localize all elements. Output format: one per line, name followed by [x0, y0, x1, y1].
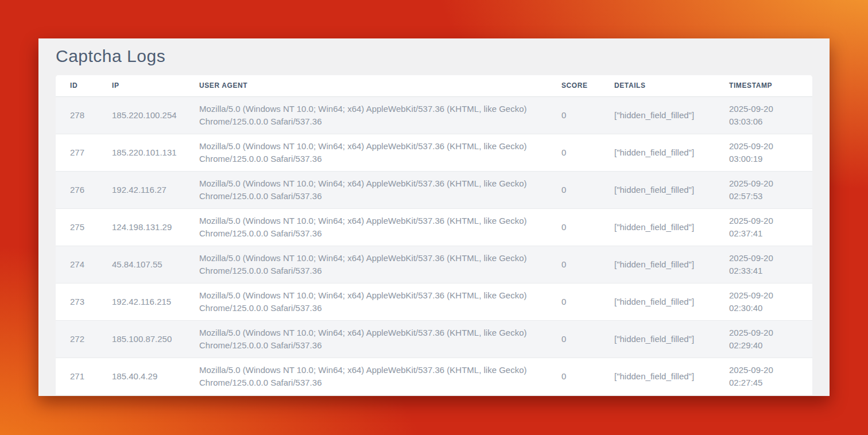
cell-user-agent: Mozilla/5.0 (Windows NT 10.0; Win64; x64… [185, 320, 547, 358]
log-table-body: 278 185.220.100.254 Mozilla/5.0 (Windows… [56, 96, 812, 395]
table-row: 275 124.198.131.29 Mozilla/5.0 (Windows … [56, 208, 812, 246]
column-header-score: SCORE [547, 75, 600, 96]
cell-timestamp: 2025-09-20 02:57:53 [715, 171, 812, 208]
cell-details: ["hidden_field_filled"] [600, 246, 715, 283]
cell-score: 0 [547, 320, 600, 358]
table-row: 278 185.220.100.254 Mozilla/5.0 (Windows… [56, 96, 812, 134]
table-row: 273 192.42.116.215 Mozilla/5.0 (Windows … [56, 283, 812, 320]
cell-id: 278 [56, 96, 98, 134]
cell-timestamp: 2025-09-20 02:30:40 [715, 283, 812, 320]
cell-score: 0 [547, 96, 600, 134]
cell-details: ["hidden_field_filled"] [600, 171, 715, 208]
cell-ip: 185.40.4.29 [98, 358, 185, 395]
cell-user-agent: Mozilla/5.0 (Windows NT 10.0; Win64; x64… [185, 246, 547, 283]
cell-score: 0 [547, 134, 600, 171]
table-header-row: ID IP USER AGENT SCORE DETAILS TIMESTAMP [56, 75, 812, 96]
column-header-details: DETAILS [600, 75, 715, 96]
captcha-logs-card: Captcha Logs ID IP USER AGENT SCORE DETA… [38, 38, 830, 396]
table-row: 277 185.220.101.131 Mozilla/5.0 (Windows… [56, 134, 812, 171]
cell-id: 275 [56, 208, 98, 246]
cell-user-agent: Mozilla/5.0 (Windows NT 10.0; Win64; x64… [185, 358, 547, 395]
table-row: 276 192.42.116.27 Mozilla/5.0 (Windows N… [56, 171, 812, 208]
cell-timestamp: 2025-09-20 03:00:19 [715, 134, 812, 171]
cell-ip: 192.42.116.215 [98, 283, 185, 320]
column-header-timestamp: TIMESTAMP [715, 75, 812, 96]
cell-ip: 185.100.87.250 [98, 320, 185, 358]
cell-id: 277 [56, 134, 98, 171]
cell-ip: 124.198.131.29 [98, 208, 185, 246]
table-row: 274 45.84.107.55 Mozilla/5.0 (Windows NT… [56, 246, 812, 283]
cell-details: ["hidden_field_filled"] [600, 96, 715, 134]
cell-id: 273 [56, 283, 98, 320]
cell-ip: 185.220.101.131 [98, 134, 185, 171]
cell-user-agent: Mozilla/5.0 (Windows NT 10.0; Win64; x64… [185, 171, 547, 208]
page-background: { "page": { "title": "Captcha Logs" }, "… [0, 0, 868, 435]
cell-id: 271 [56, 358, 98, 395]
cell-details: ["hidden_field_filled"] [600, 320, 715, 358]
cell-timestamp: 2025-09-20 03:03:06 [715, 96, 812, 134]
cell-timestamp: 2025-09-20 02:29:40 [715, 320, 812, 358]
table-row: 271 185.40.4.29 Mozilla/5.0 (Windows NT … [56, 358, 812, 395]
cell-details: ["hidden_field_filled"] [600, 208, 715, 246]
cell-id: 274 [56, 246, 98, 283]
cell-id: 272 [56, 320, 98, 358]
column-header-ip: IP [98, 75, 185, 96]
cell-user-agent: Mozilla/5.0 (Windows NT 10.0; Win64; x64… [185, 96, 547, 134]
cell-user-agent: Mozilla/5.0 (Windows NT 10.0; Win64; x64… [185, 208, 547, 246]
cell-ip: 185.220.100.254 [98, 96, 185, 134]
cell-id: 276 [56, 171, 98, 208]
cell-timestamp: 2025-09-20 02:37:41 [715, 208, 812, 246]
cell-user-agent: Mozilla/5.0 (Windows NT 10.0; Win64; x64… [185, 283, 547, 320]
log-table-container: ID IP USER AGENT SCORE DETAILS TIMESTAMP… [56, 75, 812, 395]
cell-user-agent: Mozilla/5.0 (Windows NT 10.0; Win64; x64… [185, 134, 547, 171]
cell-ip: 192.42.116.27 [98, 171, 185, 208]
cell-score: 0 [547, 171, 600, 208]
cell-details: ["hidden_field_filled"] [600, 283, 715, 320]
cell-score: 0 [547, 208, 600, 246]
cell-timestamp: 2025-09-20 02:27:45 [715, 358, 812, 395]
captcha-log-table: ID IP USER AGENT SCORE DETAILS TIMESTAMP… [56, 75, 812, 395]
cell-timestamp: 2025-09-20 02:33:41 [715, 246, 812, 283]
table-header: ID IP USER AGENT SCORE DETAILS TIMESTAMP [56, 75, 812, 96]
cell-score: 0 [547, 358, 600, 395]
cell-details: ["hidden_field_filled"] [600, 358, 715, 395]
table-row: 272 185.100.87.250 Mozilla/5.0 (Windows … [56, 320, 812, 358]
cell-ip: 45.84.107.55 [98, 246, 185, 283]
cell-score: 0 [547, 283, 600, 320]
column-header-id: ID [56, 75, 98, 96]
page-title: Captcha Logs [56, 46, 830, 67]
cell-details: ["hidden_field_filled"] [600, 134, 715, 171]
cell-score: 0 [547, 246, 600, 283]
column-header-user-agent: USER AGENT [185, 75, 547, 96]
